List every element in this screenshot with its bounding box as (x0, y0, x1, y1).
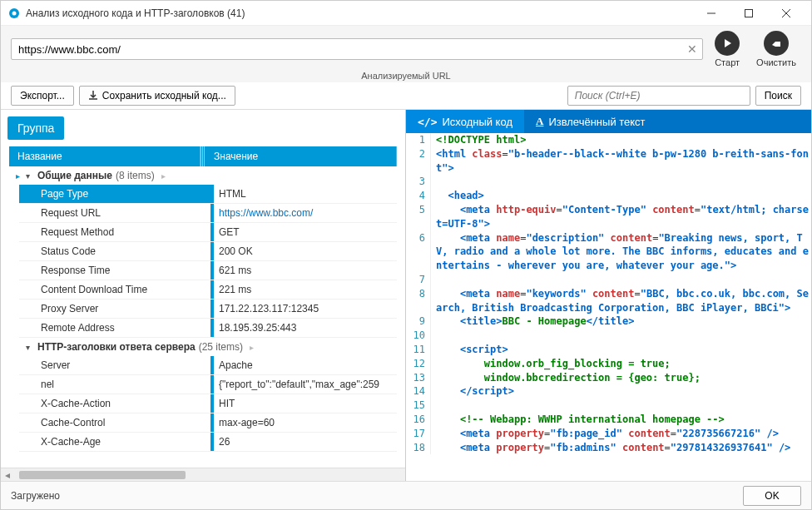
start-label: Старт (715, 57, 740, 67)
code-line: 12 window.orb_fig_blocking = true; (406, 357, 811, 371)
search-input[interactable] (567, 86, 750, 106)
url-sublabel: Анализируемый URL (11, 71, 801, 81)
code-line: 3 (406, 175, 811, 189)
search-button[interactable]: Поиск (755, 86, 801, 106)
horizontal-scrollbar[interactable]: ◂ (1, 468, 405, 481)
code-line: 18 <meta property="fb:admins" content="2… (406, 441, 811, 455)
col-header-value[interactable]: Значение (205, 146, 397, 166)
download-icon (88, 91, 98, 101)
table-row[interactable]: Cache-Controlmax-age=60 (19, 413, 397, 433)
svg-marker-6 (725, 39, 731, 47)
url-clear-icon[interactable]: ✕ (687, 42, 697, 56)
source-editor[interactable]: 1<!DOCTYPE html>2<html class="b-header--… (406, 133, 811, 481)
url-section: ✕ Старт Очистить Анализируемый URL (1, 26, 811, 82)
code-line: 17 <meta property="fb:page_id" content="… (406, 427, 811, 441)
table-row[interactable]: X-Cache-ActionHIT (19, 394, 397, 413)
statusbar: Загружено OK (1, 481, 811, 509)
titlebar: Анализ исходного кода и HTTP-заголовков … (1, 1, 811, 26)
code-line: 10 (406, 329, 811, 343)
code-line: 7 (406, 273, 811, 287)
code-line: 11 <script> (406, 343, 811, 357)
table-row[interactable]: ServerApache (19, 356, 397, 375)
start-button[interactable]: Старт (710, 31, 745, 67)
url-input[interactable] (18, 43, 682, 56)
ok-button[interactable]: OK (743, 486, 801, 506)
left-pane: Группа Название Значение ▸▾Общие данные … (1, 110, 406, 481)
app-icon (7, 7, 21, 20)
svg-point-1 (12, 11, 17, 15)
table-row[interactable]: Response Time621 ms (19, 261, 397, 280)
table-row[interactable]: nel{"report_to":"default","max_age":259 (19, 375, 397, 394)
clear-label: Очистить (756, 57, 796, 67)
group-row[interactable]: ▸▾Общие данные (8 items)▸ (9, 166, 397, 185)
tab-source[interactable]: </> Исходный код (406, 110, 524, 133)
table-row[interactable]: Remote Address18.195.39.25:443 (19, 319, 397, 338)
group-row[interactable]: ▾HTTP-заголовки ответа сервера (25 items… (9, 338, 397, 356)
status-text: Загружено (11, 490, 736, 502)
code-line: 2<html class="b-header--black--white b-p… (406, 147, 811, 176)
code-line: 14 </script> (406, 384, 811, 399)
tabs: </> Исходный код A Извлечённый текст (406, 110, 811, 133)
code-icon: </> (418, 116, 437, 128)
window-title: Анализ исходного кода и HTTP-заголовков … (26, 7, 692, 19)
export-button[interactable]: Экспорт... (11, 86, 74, 106)
table-row[interactable]: X-Cache-Age26 (19, 433, 397, 452)
table-row[interactable]: Proxy Server171.22.123.117:12345 (19, 300, 397, 319)
close-button[interactable] (767, 2, 805, 25)
save-source-button[interactable]: Сохранить исходный код... (79, 86, 235, 106)
data-grid[interactable]: Название Значение ▸▾Общие данные (8 item… (1, 146, 405, 468)
main-split: Группа Название Значение ▸▾Общие данные … (1, 110, 811, 481)
code-line: 9 <title>BBC - Homepage</title> (406, 314, 811, 329)
tab-extracted[interactable]: A Извлечённый текст (524, 110, 657, 133)
code-line: 5 <meta http-equiv="Content-Type" conten… (406, 203, 811, 231)
code-line: 13 window.bbcredirection = {geo: true}; (406, 371, 811, 385)
clear-button[interactable]: Очистить (751, 31, 801, 67)
table-row[interactable]: Request MethodGET (19, 223, 397, 242)
table-row[interactable]: Content Download Time221 ms (19, 280, 397, 300)
text-icon: A (536, 115, 543, 128)
right-pane: </> Исходный код A Извлечённый текст 1<!… (406, 110, 811, 481)
toolbar: Экспорт... Сохранить исходный код... Пои… (1, 82, 811, 110)
col-header-name[interactable]: Название (9, 146, 201, 166)
code-line: 8 <meta name="keywords" content="BBC, bb… (406, 287, 811, 315)
maximize-button[interactable] (730, 2, 767, 25)
table-row[interactable]: Status Code200 OK (19, 242, 397, 261)
code-line: 6 <meta name="description" content="Brea… (406, 231, 811, 273)
code-line: 15 (406, 399, 811, 413)
code-line: 16 <!-- Webapp: WWHP international homep… (406, 413, 811, 427)
code-line: 1<!DOCTYPE html> (406, 133, 811, 147)
table-row[interactable]: Page TypeHTML (19, 185, 397, 204)
table-row[interactable]: Request URLhttps://www.bbc.com/ (19, 204, 397, 223)
column-headers[interactable]: Название Значение (9, 146, 397, 166)
code-line: 4 <head> (406, 189, 811, 203)
group-header[interactable]: Группа (7, 116, 64, 140)
minimize-button[interactable] (692, 2, 730, 25)
url-input-wrap: ✕ (11, 38, 703, 60)
svg-rect-3 (745, 9, 752, 17)
